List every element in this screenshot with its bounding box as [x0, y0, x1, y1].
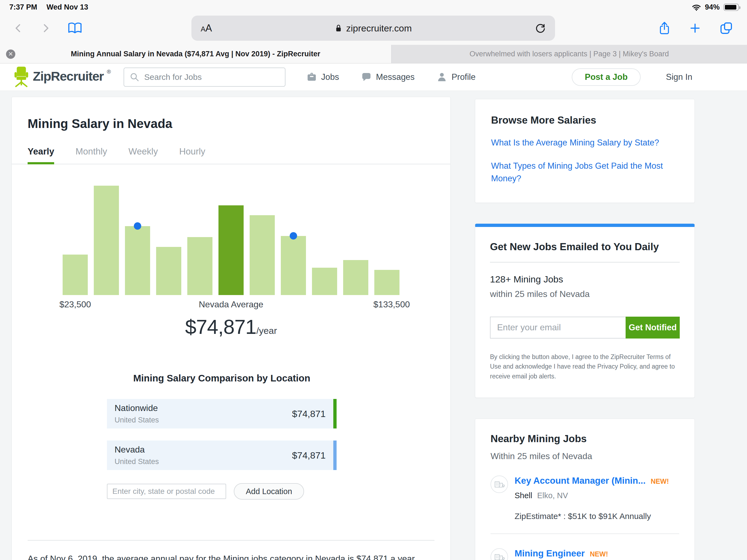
job-title-link[interactable]: Mining Engineer	[515, 548, 585, 558]
job-alerts-card: Get New Jobs Emailed to You Daily 128+ M…	[475, 224, 695, 398]
histogram-bar[interactable]	[374, 270, 400, 295]
new-badge: NEW!	[651, 478, 669, 485]
comparison-row: Nevada United States $74,871	[107, 440, 337, 470]
lock-icon	[335, 24, 342, 32]
browse-more-salaries-card: Browse More Salaries What Is the Average…	[475, 99, 695, 203]
sidebar: Browse More Salaries What Is the Average…	[475, 99, 695, 560]
histogram-bar[interactable]	[156, 247, 181, 295]
tab-yearly[interactable]: Yearly	[28, 146, 54, 164]
comparison-row: Nationwide United States $74,871	[107, 399, 337, 429]
sign-in-link[interactable]: Sign In	[666, 72, 692, 82]
histogram-bar[interactable]	[218, 205, 243, 295]
job-listing: Key Account Manager (Minin... NEW! Shell…	[491, 476, 679, 521]
salary-comparison-section: Mining Salary Comparison by Location Nat…	[107, 373, 337, 500]
tab-monthly[interactable]: Monthly	[75, 146, 107, 164]
nav-item-messages[interactable]: Messages	[361, 72, 414, 82]
new-badge: NEW!	[590, 550, 608, 558]
search-icon	[130, 72, 139, 82]
page-title: Mining Salary in Nevada	[28, 116, 435, 131]
salary-card: Mining Salary in Nevada Yearly Monthly W…	[11, 97, 450, 560]
nav-item-jobs[interactable]: Jobs	[306, 72, 339, 82]
bookmarks-icon[interactable]	[68, 22, 82, 34]
average-salary-figure: $74,871/year	[62, 315, 400, 338]
search-input[interactable]	[145, 73, 279, 82]
speech-bubble-icon	[361, 72, 372, 82]
comparison-location-region: United States	[114, 457, 159, 466]
status-date: Wed Nov 13	[47, 3, 88, 11]
tab-title: Overwhelmed with losers applicants | Pag…	[469, 50, 669, 58]
percentile-marker-dot	[290, 232, 297, 239]
job-search-box[interactable]	[124, 68, 285, 87]
reader-button[interactable]: AA	[201, 22, 212, 34]
tabs-overview-icon[interactable]	[720, 22, 733, 35]
tab-weekly[interactable]: Weekly	[129, 146, 158, 164]
nav-label: Messages	[376, 72, 414, 82]
ziprecruiter-logo[interactable]: ZipRecruiter ®	[13, 67, 111, 88]
histogram-bar[interactable]	[250, 215, 275, 295]
salary-footnote: As of Nov 6, 2019, the average annual pa…	[28, 554, 435, 560]
salary-histogram	[62, 186, 400, 295]
nav-item-profile[interactable]: Profile	[436, 72, 475, 82]
chair-logo-icon	[13, 67, 29, 88]
highest-paid-jobs-link[interactable]: What Types of Mining Jobs Get Paid the M…	[491, 160, 679, 185]
company-building-icon	[491, 548, 508, 560]
section-divider	[28, 540, 435, 541]
jobs-count: 128+ Mining Jobs	[490, 274, 680, 285]
nearby-jobs-card: Nearby Mining Jobs Within 25 miles of Ne…	[475, 418, 695, 560]
browse-salaries-title: Browse More Salaries	[491, 114, 679, 126]
histogram-bar[interactable]	[94, 186, 119, 295]
job-company: Shell	[515, 491, 532, 500]
histogram-bar[interactable]	[312, 268, 337, 295]
salary-distribution-chart: $23,500 Nevada Average $133,500 $74,871/…	[62, 186, 400, 338]
comparison-location-name: Nevada	[114, 444, 159, 455]
histogram-bar[interactable]	[62, 255, 88, 295]
location-input[interactable]	[107, 484, 226, 499]
average-salary-value: $74,871	[185, 315, 256, 338]
site-header: ZipRecruiter ® Jobs	[0, 63, 747, 91]
nearby-jobs-subtitle: Within 25 miles of Nevada	[491, 451, 679, 461]
nav-label: Jobs	[321, 72, 339, 82]
job-listing: Mining Engineer NEW! Bureau of Land Mana…	[491, 548, 679, 560]
browser-tab-inactive[interactable]: Overwhelmed with losers applicants | Pag…	[391, 45, 747, 63]
job-divider	[491, 533, 679, 534]
histogram-bar[interactable]	[187, 237, 212, 295]
reload-icon[interactable]	[535, 23, 546, 34]
nearby-jobs-title: Nearby Mining Jobs	[491, 433, 679, 444]
chart-axis-labels: $23,500 Nevada Average $133,500	[62, 299, 400, 312]
email-alerts-legal-text: By clicking the button above, I agree to…	[490, 352, 680, 381]
get-notified-button[interactable]: Get Notified	[626, 316, 680, 338]
url-bar[interactable]: AA ziprecruiter.com	[191, 16, 555, 41]
chart-min-label: $23,500	[59, 299, 91, 309]
battery-icon	[723, 4, 739, 11]
percentile-marker-dot	[134, 222, 141, 230]
new-tab-icon[interactable]	[689, 22, 701, 34]
histogram-bar[interactable]	[343, 260, 368, 295]
company-building-icon	[491, 476, 508, 493]
comparison-location-name: Nationwide	[114, 403, 159, 413]
histogram-bar[interactable]	[125, 226, 150, 295]
tab-close-icon[interactable]: ✕	[6, 50, 15, 59]
add-location-button[interactable]: Add Location	[234, 483, 304, 500]
status-time: 7:37 PM	[9, 3, 37, 11]
post-a-job-button[interactable]: Post a Job	[572, 68, 641, 86]
tab-hourly[interactable]: Hourly	[179, 146, 205, 164]
share-icon[interactable]	[659, 21, 670, 35]
comparison-location-region: United States	[114, 416, 159, 424]
salary-by-state-link[interactable]: What Is the Average Mining Salary by Sta…	[491, 136, 679, 149]
jobs-radius: within 25 miles of Nevada	[490, 289, 680, 299]
logo-text: ZipRecruiter	[33, 67, 104, 86]
url-text: ziprecruiter.com	[346, 23, 412, 34]
status-bar: 7:37 PM Wed Nov 13 94%	[0, 0, 747, 11]
email-input[interactable]	[490, 316, 626, 338]
browser-tab-active[interactable]: ✕ Mining Annual Salary in Nevada ($74,87…	[0, 45, 391, 63]
job-location: Elko, NV	[537, 491, 568, 500]
period-tabs: Yearly Monthly Weekly Hourly	[12, 146, 450, 164]
nav-label: Profile	[452, 72, 475, 82]
person-icon	[436, 72, 447, 82]
job-title-link[interactable]: Key Account Manager (Minin...	[515, 476, 646, 486]
main-nav: Jobs Messages Profile	[306, 72, 476, 82]
histogram-bar[interactable]	[281, 236, 306, 295]
forward-button[interactable]	[41, 22, 51, 34]
logo-registered-mark: ®	[107, 69, 111, 75]
back-button[interactable]	[13, 22, 24, 34]
